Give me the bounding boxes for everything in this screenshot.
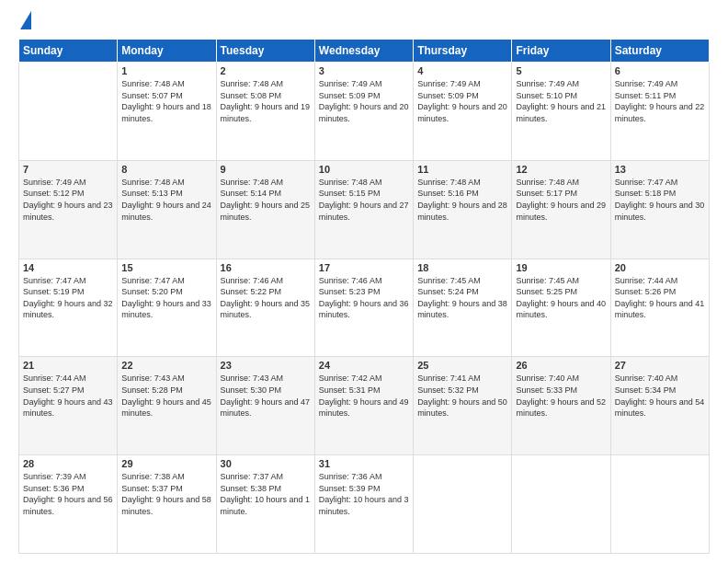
- day-info: Sunrise: 7:49 AMSunset: 5:12 PMDaylight:…: [23, 177, 113, 223]
- day-cell: 28Sunrise: 7:39 AMSunset: 5:36 PMDayligh…: [19, 455, 118, 554]
- day-info: Sunrise: 7:49 AMSunset: 5:11 PMDaylight:…: [615, 78, 705, 124]
- calendar-table: SundayMondayTuesdayWednesdayThursdayFrid…: [18, 39, 710, 554]
- weekday-header-saturday: Saturday: [610, 40, 709, 63]
- day-cell: 16Sunrise: 7:46 AMSunset: 5:22 PMDayligh…: [216, 259, 314, 357]
- day-cell: 4Sunrise: 7:49 AMSunset: 5:09 PMDaylight…: [414, 63, 512, 161]
- day-number: 1: [121, 65, 211, 76]
- day-number: 7: [23, 164, 113, 175]
- day-cell: 20Sunrise: 7:44 AMSunset: 5:26 PMDayligh…: [610, 259, 709, 357]
- day-number: 11: [417, 164, 507, 175]
- calendar-body: 1Sunrise: 7:48 AMSunset: 5:07 PMDaylight…: [19, 63, 710, 554]
- day-number: 21: [23, 360, 113, 371]
- day-cell: 31Sunrise: 7:36 AMSunset: 5:39 PMDayligh…: [314, 455, 413, 554]
- day-info: Sunrise: 7:48 AMSunset: 5:14 PMDaylight:…: [221, 177, 311, 223]
- page: SundayMondayTuesdayWednesdayThursdayFrid…: [0, 0, 728, 563]
- day-cell: [19, 63, 118, 161]
- day-number: 31: [319, 458, 409, 469]
- day-number: 25: [417, 360, 507, 371]
- day-cell: 12Sunrise: 7:48 AMSunset: 5:17 PMDayligh…: [512, 160, 610, 259]
- day-cell: 11Sunrise: 7:48 AMSunset: 5:16 PMDayligh…: [414, 160, 512, 259]
- day-cell: 22Sunrise: 7:43 AMSunset: 5:28 PMDayligh…: [118, 357, 216, 455]
- day-cell: 17Sunrise: 7:46 AMSunset: 5:23 PMDayligh…: [314, 259, 413, 357]
- day-cell: 7Sunrise: 7:49 AMSunset: 5:12 PMDaylight…: [19, 160, 118, 259]
- day-cell: 9Sunrise: 7:48 AMSunset: 5:14 PMDaylight…: [216, 160, 314, 259]
- day-number: 23: [221, 360, 311, 371]
- day-info: Sunrise: 7:39 AMSunset: 5:36 PMDaylight:…: [23, 471, 113, 517]
- day-info: Sunrise: 7:45 AMSunset: 5:24 PMDaylight:…: [417, 275, 507, 321]
- day-info: Sunrise: 7:38 AMSunset: 5:37 PMDaylight:…: [121, 471, 211, 517]
- day-cell: 3Sunrise: 7:49 AMSunset: 5:09 PMDaylight…: [314, 63, 413, 161]
- day-cell: 15Sunrise: 7:47 AMSunset: 5:20 PMDayligh…: [118, 259, 216, 357]
- weekday-header-sunday: Sunday: [19, 40, 118, 63]
- day-cell: 30Sunrise: 7:37 AMSunset: 5:38 PMDayligh…: [216, 455, 314, 554]
- day-number: 8: [121, 164, 211, 175]
- week-row-1: 7Sunrise: 7:49 AMSunset: 5:12 PMDaylight…: [19, 160, 710, 259]
- day-info: Sunrise: 7:47 AMSunset: 5:18 PMDaylight:…: [615, 177, 705, 223]
- day-cell: 8Sunrise: 7:48 AMSunset: 5:13 PMDaylight…: [118, 160, 216, 259]
- day-number: 13: [615, 164, 705, 175]
- weekday-header-tuesday: Tuesday: [216, 40, 314, 63]
- day-number: 20: [615, 262, 705, 273]
- day-number: 16: [221, 262, 311, 273]
- day-cell: 2Sunrise: 7:48 AMSunset: 5:08 PMDaylight…: [216, 63, 314, 161]
- day-info: Sunrise: 7:44 AMSunset: 5:27 PMDaylight:…: [23, 373, 113, 419]
- day-info: Sunrise: 7:47 AMSunset: 5:19 PMDaylight:…: [23, 275, 113, 321]
- day-info: Sunrise: 7:48 AMSunset: 5:07 PMDaylight:…: [121, 78, 211, 124]
- weekday-header-row: SundayMondayTuesdayWednesdayThursdayFrid…: [19, 40, 710, 63]
- header: [18, 15, 710, 29]
- weekday-header-friday: Friday: [512, 40, 610, 63]
- day-info: Sunrise: 7:40 AMSunset: 5:33 PMDaylight:…: [516, 373, 606, 419]
- day-info: Sunrise: 7:48 AMSunset: 5:13 PMDaylight:…: [121, 177, 211, 223]
- day-info: Sunrise: 7:49 AMSunset: 5:10 PMDaylight:…: [516, 78, 606, 124]
- logo: [18, 15, 31, 29]
- day-info: Sunrise: 7:48 AMSunset: 5:08 PMDaylight:…: [221, 78, 311, 124]
- week-row-3: 21Sunrise: 7:44 AMSunset: 5:27 PMDayligh…: [19, 357, 710, 455]
- day-info: Sunrise: 7:40 AMSunset: 5:34 PMDaylight:…: [615, 373, 705, 419]
- day-info: Sunrise: 7:46 AMSunset: 5:23 PMDaylight:…: [319, 275, 409, 321]
- day-info: Sunrise: 7:37 AMSunset: 5:38 PMDaylight:…: [221, 471, 311, 517]
- day-number: 18: [417, 262, 507, 273]
- day-info: Sunrise: 7:48 AMSunset: 5:17 PMDaylight:…: [516, 177, 606, 223]
- day-cell: 25Sunrise: 7:41 AMSunset: 5:32 PMDayligh…: [414, 357, 512, 455]
- week-row-4: 28Sunrise: 7:39 AMSunset: 5:36 PMDayligh…: [19, 455, 710, 554]
- day-number: 6: [615, 65, 705, 76]
- logo-triangle-icon: [20, 11, 31, 29]
- day-cell: 23Sunrise: 7:43 AMSunset: 5:30 PMDayligh…: [216, 357, 314, 455]
- week-row-0: 1Sunrise: 7:48 AMSunset: 5:07 PMDaylight…: [19, 63, 710, 161]
- day-cell: 26Sunrise: 7:40 AMSunset: 5:33 PMDayligh…: [512, 357, 610, 455]
- day-number: 24: [319, 360, 409, 371]
- day-info: Sunrise: 7:49 AMSunset: 5:09 PMDaylight:…: [319, 78, 409, 124]
- day-number: 22: [121, 360, 211, 371]
- day-info: Sunrise: 7:48 AMSunset: 5:16 PMDaylight:…: [417, 177, 507, 223]
- day-cell: [610, 455, 709, 554]
- day-info: Sunrise: 7:43 AMSunset: 5:28 PMDaylight:…: [121, 373, 211, 419]
- day-info: Sunrise: 7:36 AMSunset: 5:39 PMDaylight:…: [319, 471, 409, 517]
- day-number: 12: [516, 164, 606, 175]
- day-cell: 1Sunrise: 7:48 AMSunset: 5:07 PMDaylight…: [118, 63, 216, 161]
- day-info: Sunrise: 7:48 AMSunset: 5:15 PMDaylight:…: [319, 177, 409, 223]
- day-number: 5: [516, 65, 606, 76]
- day-info: Sunrise: 7:44 AMSunset: 5:26 PMDaylight:…: [615, 275, 705, 321]
- day-number: 26: [516, 360, 606, 371]
- day-cell: 14Sunrise: 7:47 AMSunset: 5:19 PMDayligh…: [19, 259, 118, 357]
- day-number: 29: [121, 458, 211, 469]
- day-info: Sunrise: 7:42 AMSunset: 5:31 PMDaylight:…: [319, 373, 409, 419]
- day-number: 2: [221, 65, 311, 76]
- week-row-2: 14Sunrise: 7:47 AMSunset: 5:19 PMDayligh…: [19, 259, 710, 357]
- weekday-header-wednesday: Wednesday: [314, 40, 413, 63]
- day-cell: 29Sunrise: 7:38 AMSunset: 5:37 PMDayligh…: [118, 455, 216, 554]
- day-number: 28: [23, 458, 113, 469]
- day-cell: 10Sunrise: 7:48 AMSunset: 5:15 PMDayligh…: [314, 160, 413, 259]
- day-cell: [414, 455, 512, 554]
- day-cell: 27Sunrise: 7:40 AMSunset: 5:34 PMDayligh…: [610, 357, 709, 455]
- day-cell: 21Sunrise: 7:44 AMSunset: 5:27 PMDayligh…: [19, 357, 118, 455]
- day-cell: 18Sunrise: 7:45 AMSunset: 5:24 PMDayligh…: [414, 259, 512, 357]
- day-number: 4: [417, 65, 507, 76]
- day-number: 30: [221, 458, 311, 469]
- day-info: Sunrise: 7:45 AMSunset: 5:25 PMDaylight:…: [516, 275, 606, 321]
- weekday-header-monday: Monday: [118, 40, 216, 63]
- day-info: Sunrise: 7:46 AMSunset: 5:22 PMDaylight:…: [221, 275, 311, 321]
- day-cell: 6Sunrise: 7:49 AMSunset: 5:11 PMDaylight…: [610, 63, 709, 161]
- day-cell: 13Sunrise: 7:47 AMSunset: 5:18 PMDayligh…: [610, 160, 709, 259]
- weekday-header-thursday: Thursday: [414, 40, 512, 63]
